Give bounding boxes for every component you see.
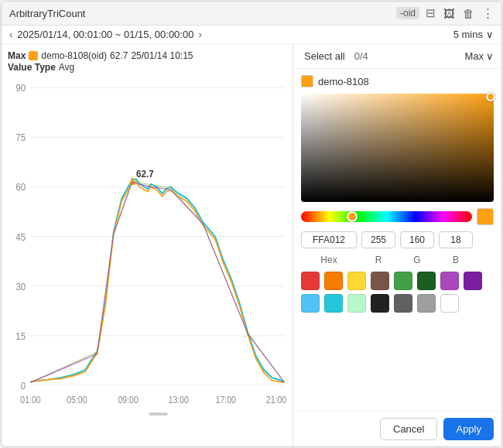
value-type-val: Avg (59, 62, 74, 73)
legend-series-name: demo-8108(oid) (41, 50, 107, 61)
color-gradient-picker[interactable] (301, 94, 494, 202)
legend-color-swatch (29, 51, 38, 60)
r-label: R (361, 255, 395, 265)
interval-label: 5 mins (453, 29, 483, 40)
apply-button[interactable]: Apply (443, 418, 494, 440)
b-label: B (439, 255, 473, 265)
g-label: G (400, 255, 434, 265)
title-tag: -oid (396, 7, 419, 19)
hex-rgb-labels: Hex R G B (301, 255, 494, 265)
count-label: 0/4 (354, 50, 368, 62)
legend-value: 62.7 (110, 50, 128, 61)
svg-text:90: 90 (15, 82, 26, 94)
svg-text:05:00: 05:00 (67, 395, 87, 405)
interval-arrow: ∨ (486, 29, 494, 40)
filter-icon[interactable]: ⊟ (426, 6, 436, 20)
prev-time-button[interactable]: ‹ (9, 29, 12, 40)
svg-text:0: 0 (21, 380, 26, 392)
preset-black[interactable] (371, 294, 389, 313)
select-bar: Select all 0/4 Max ∨ (293, 44, 501, 69)
max-arrow: ∨ (486, 50, 494, 62)
svg-text:60: 60 (15, 182, 26, 193)
b-input[interactable] (439, 231, 473, 248)
item-color-swatch[interactable] (301, 75, 313, 87)
time-bar: ‹ 2025/01/14, 00:01:00 ~ 01/15, 00:00:00… (2, 26, 501, 44)
title-icons: ⊟ 🖼 🗑 ⋮ (426, 6, 494, 20)
interval-selector[interactable]: 5 mins ∨ (453, 29, 494, 40)
preset-red[interactable] (301, 272, 320, 290)
gradient-thumb (486, 92, 495, 101)
svg-text:30: 30 (15, 281, 26, 292)
color-picker-section: demo-8108 (293, 69, 501, 411)
svg-text:01:00: 01:00 (20, 395, 40, 405)
preset-darkgray[interactable] (394, 294, 412, 313)
preset-colors (301, 272, 494, 313)
hue-slider[interactable] (301, 211, 472, 222)
svg-text:75: 75 (15, 132, 26, 143)
trash-icon[interactable]: 🗑 (463, 7, 474, 20)
preset-row-2 (301, 294, 494, 313)
chart-panel: Max demo-8108(oid) 62.7 25/01/14 10:15 V… (2, 44, 293, 446)
legend-date: 25/01/14 10:15 (131, 50, 193, 61)
svg-text:13:00: 13:00 (169, 395, 189, 405)
item-row: demo-8108 (301, 75, 494, 87)
preset-purple[interactable] (440, 272, 459, 290)
hue-thumb (347, 211, 358, 222)
r-input[interactable] (361, 231, 395, 248)
value-type-label: Value Type (8, 62, 56, 73)
image-icon[interactable]: 🖼 (443, 7, 455, 20)
preset-lightgreen[interactable] (394, 272, 412, 290)
preset-gray[interactable] (417, 294, 436, 313)
select-all-button[interactable]: Select all (301, 49, 348, 63)
hex-input[interactable] (301, 231, 357, 248)
max-selector[interactable]: Max ∨ (464, 50, 494, 62)
preset-mintgreen[interactable] (347, 294, 366, 313)
chart-legend: Max demo-8108(oid) 62.7 25/01/14 10:15 V… (8, 50, 293, 73)
preset-lightblue[interactable] (301, 294, 320, 313)
preset-teal[interactable] (324, 294, 343, 313)
hex-label: Hex (301, 255, 357, 265)
svg-text:21:00: 21:00 (266, 395, 286, 405)
preset-darkpurple[interactable] (464, 272, 482, 290)
content-area: Max demo-8108(oid) 62.7 25/01/14 10:15 V… (2, 44, 501, 446)
max-label: Max (464, 50, 484, 62)
alpha-swatch (477, 208, 494, 225)
preset-darkgreen[interactable] (417, 272, 436, 290)
chart-svg: 90 75 60 45 30 15 0 (8, 74, 293, 446)
more-icon[interactable]: ⋮ (482, 6, 494, 20)
preset-yellow[interactable] (347, 272, 366, 290)
item-name-label: demo-8108 (318, 76, 369, 87)
preset-row-1 (301, 272, 494, 290)
action-row: Cancel Apply (293, 411, 501, 446)
cancel-button[interactable]: Cancel (380, 418, 437, 440)
svg-text:09:00: 09:00 (118, 395, 138, 405)
chart-area: 90 75 60 45 30 15 0 (8, 74, 293, 446)
svg-text:62.7: 62.7 (136, 168, 153, 180)
svg-text:45: 45 (15, 231, 26, 243)
hue-bar-wrap (301, 208, 494, 225)
svg-text:17:00: 17:00 (216, 395, 236, 405)
next-time-button[interactable]: › (198, 29, 201, 40)
preset-brown[interactable] (371, 272, 389, 290)
main-window: ArbitraryTriCount -oid ⊟ 🖼 🗑 ⋮ ‹ 2025/01… (1, 1, 502, 447)
time-navigation: ‹ 2025/01/14, 00:01:00 ~ 01/15, 00:00:00… (9, 29, 202, 40)
time-range-label: 2025/01/14, 00:01:00 ~ 01/15, 00:00:00 (17, 29, 193, 40)
legend-row-2: Value Type Avg (8, 62, 293, 73)
preset-orange[interactable] (324, 272, 343, 290)
hex-rgb-row (301, 231, 494, 248)
legend-row-1: Max demo-8108(oid) 62.7 25/01/14 10:15 (8, 50, 293, 61)
g-input[interactable] (400, 231, 434, 248)
window-title: ArbitraryTriCount (9, 8, 390, 19)
svg-text:15: 15 (15, 330, 26, 342)
legend-max-label: Max (8, 50, 26, 61)
right-panel: Select all 0/4 Max ∨ demo-8108 (293, 44, 501, 446)
title-bar: ArbitraryTriCount -oid ⊟ 🖼 🗑 ⋮ (2, 2, 501, 26)
preset-white[interactable] (440, 294, 459, 313)
